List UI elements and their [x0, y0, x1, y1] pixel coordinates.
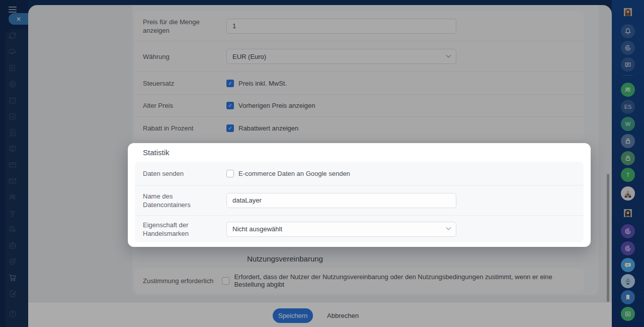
data-container-input[interactable]	[226, 193, 456, 208]
brand-property-select-value: Nicht ausgewählt	[232, 225, 282, 233]
field-label: Name des Datencontainers	[143, 192, 226, 209]
section-title-statistik: Statistik	[143, 148, 170, 157]
field-label: Eigenschaft der Handelsmarken	[143, 221, 226, 238]
form-row-brand-property: Eigenschaft der Handelsmarken Nicht ausg…	[135, 215, 584, 242]
field-label: Daten senden	[143, 169, 226, 178]
statistik-highlight-panel: Statistik Daten senden E-commerce Daten …	[128, 143, 591, 247]
form-row-send-data: Daten senden E-commerce Daten an Google …	[135, 162, 584, 185]
ecommerce-google-checkbox[interactable]	[226, 170, 234, 177]
chevron-down-icon	[446, 225, 451, 230]
form-row-container-name: Name des Datencontainers	[135, 185, 584, 215]
app-root: ✕ Preis für die Menge anzeigen	[0, 0, 644, 327]
statistik-group: Daten senden E-commerce Daten an Google …	[135, 162, 584, 242]
checkbox-label: E-commerce Daten an Google senden	[238, 170, 350, 177]
brand-property-select[interactable]: Nicht ausgewählt	[226, 222, 456, 237]
